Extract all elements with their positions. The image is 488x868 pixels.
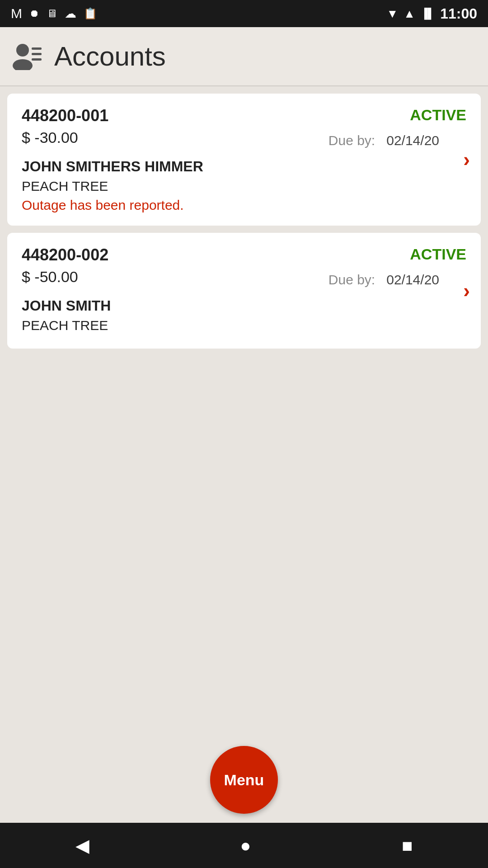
- account-2-due-row: Due by: 02/14/20: [328, 272, 439, 288]
- account-card-1[interactable]: 448200-001 ACTIVE $ -30.00 Due by: 02/14…: [7, 94, 481, 226]
- account-2-number: 448200-002: [22, 245, 108, 264]
- account-1-top-row: 448200-001 ACTIVE: [22, 106, 466, 125]
- page-title: Accounts: [54, 41, 166, 72]
- account-1-chevron-icon: ›: [463, 148, 470, 171]
- menu-button-container: Menu: [210, 746, 278, 814]
- status-bar-left-icons: M ⏺ 🖥 ☁ 📋: [11, 6, 97, 21]
- svg-rect-3: [32, 53, 42, 55]
- status-time: 11:00: [440, 5, 477, 22]
- account-1-due-date: 02/14/20: [386, 133, 439, 148]
- account-card-2[interactable]: 448200-002 ACTIVE $ -50.00 Due by: 02/14…: [7, 233, 481, 349]
- account-2-top-row: 448200-002 ACTIVE: [22, 245, 466, 264]
- account-2-due-label: Due by:: [328, 272, 375, 287]
- account-1-due-row: Due by: 02/14/20: [328, 133, 439, 148]
- signal-icon: ▲: [404, 7, 415, 21]
- nav-recent-button[interactable]: ■: [402, 835, 413, 856]
- calendar-icon: 📋: [84, 7, 97, 20]
- account-1-number: 448200-001: [22, 106, 108, 125]
- account-2-location: PEACH TREE: [22, 318, 466, 333]
- account-2-status: ACTIVE: [410, 245, 466, 263]
- cloud-icon: ☁: [65, 7, 76, 21]
- account-2-due-date: 02/14/20: [386, 272, 439, 287]
- svg-rect-2: [32, 47, 42, 50]
- nav-bar: ◀ ● ■: [0, 823, 488, 868]
- battery-icon: ▐▌: [421, 8, 435, 19]
- header: Accounts: [0, 27, 488, 85]
- record-icon: ⏺: [29, 8, 39, 19]
- account-2-balance: $ -50.00: [22, 268, 78, 286]
- accounts-icon: [11, 42, 43, 71]
- gmail-icon: M: [11, 6, 22, 21]
- account-2-chevron-icon: ›: [463, 279, 470, 302]
- nav-home-button[interactable]: ●: [240, 835, 251, 856]
- account-2-name: JOHN SMITH: [22, 297, 466, 314]
- menu-button[interactable]: Menu: [210, 746, 278, 814]
- status-bar-right-icons: ▼ ▲ ▐▌ 11:00: [387, 5, 478, 22]
- status-bar: M ⏺ 🖥 ☁ 📋 ▼ ▲ ▐▌ 11:00: [0, 0, 488, 27]
- account-1-balance: $ -30.00: [22, 129, 78, 146]
- account-1-name: JOHN SMITHERS HIMMER: [22, 158, 466, 175]
- nav-back-button[interactable]: ◀: [75, 835, 89, 856]
- account-1-location: PEACH TREE: [22, 179, 466, 194]
- wifi-icon: ▼: [387, 7, 399, 21]
- svg-rect-4: [32, 58, 42, 61]
- sim-icon: 🖥: [47, 7, 57, 20]
- svg-point-1: [13, 59, 33, 70]
- account-1-alert: Outage has been reported.: [22, 198, 466, 213]
- svg-point-0: [16, 44, 29, 57]
- account-1-status: ACTIVE: [410, 106, 466, 124]
- account-1-due-label: Due by:: [328, 133, 375, 148]
